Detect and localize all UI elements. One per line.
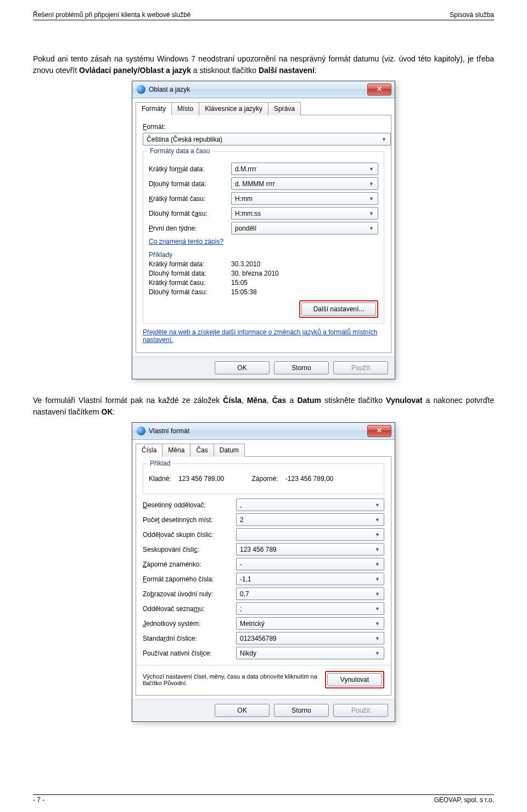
- ok-button[interactable]: OK: [215, 704, 270, 717]
- combo-decimal-places-value: 2: [240, 516, 244, 524]
- label-decimal-sep: Desetinný oddělovač:: [143, 501, 236, 509]
- more-settings-button[interactable]: Další nastavení...: [301, 303, 376, 316]
- tab-currency[interactable]: Měna: [162, 444, 190, 457]
- combo-neg-format[interactable]: -1,1▼: [236, 573, 384, 585]
- combo-standard-digits-value: 0123456789: [240, 635, 277, 642]
- tab-keyboards[interactable]: Klávesnice a jazyky: [199, 102, 268, 115]
- p1-b2: Další nastavení: [259, 66, 315, 75]
- chevron-down-icon: ▼: [373, 604, 382, 613]
- divider: [136, 665, 391, 665]
- page-number: - 7 -: [33, 796, 44, 804]
- chevron-down-icon: ▼: [367, 209, 375, 217]
- document-footer: - 7 - GEOVAP, spol. s r.o.: [33, 794, 494, 804]
- label-neg-format: Formát záporného čísla:: [143, 575, 236, 583]
- cancel-button[interactable]: Storno: [274, 361, 329, 374]
- combo-short-time[interactable]: H:mm▼: [231, 192, 378, 205]
- reset-description: Výchozí nastavení čísel, měny, času a da…: [143, 673, 318, 686]
- label-native-digits: Používat nativní číslice:: [143, 649, 236, 657]
- label-unit-system: Jednotkový systém:: [143, 620, 236, 628]
- combo-unit-system-value: Metrický: [240, 620, 265, 628]
- close-button[interactable]: ✕: [367, 83, 391, 96]
- chevron-down-icon: ▼: [373, 530, 382, 539]
- group-example: Příklad Kladné: 123 456 789,00 Záporné: …: [143, 463, 384, 494]
- chevron-down-icon: ▼: [373, 649, 382, 657]
- cancel-button[interactable]: Storno: [274, 704, 329, 717]
- label-short-date: Krátký formát data:: [149, 165, 231, 173]
- apply-button[interactable]: Použít: [333, 361, 388, 374]
- chevron-down-icon: ▼: [373, 634, 382, 642]
- dialog-custom-format: Vlastní formát ✕ Čísla Měna Čas Datum Př…: [132, 422, 395, 722]
- combo-long-time-value: H:mm:ss: [235, 210, 261, 217]
- dialog-title: Vlastní formát: [149, 427, 189, 435]
- highlight-more-settings: Další nastavení...: [299, 300, 378, 318]
- p1-mid: a stisknout tlačítko: [191, 66, 259, 75]
- combo-standard-digits[interactable]: 0123456789▼: [236, 632, 384, 645]
- tab-formats[interactable]: Formáty: [136, 102, 172, 115]
- p2-b3: Čas: [272, 396, 287, 405]
- group-title-2: Příklady: [149, 251, 378, 259]
- doc-header-left: Řešení problémů při připojení klienta k …: [33, 11, 191, 19]
- ex-short-date-l: Krátký formát data:: [149, 260, 231, 268]
- tab-date[interactable]: Datum: [214, 444, 245, 457]
- reset-button[interactable]: Vynulovat: [327, 673, 382, 686]
- ex-short-time-l: Krátký formát času:: [149, 279, 231, 287]
- label-group-sep: Oddělovač skupin číslic:: [143, 531, 236, 539]
- ok-button[interactable]: OK: [215, 361, 270, 374]
- combo-decimal-sep[interactable]: ,▼: [236, 499, 384, 511]
- label-standard-digits: Standardní číslice:: [143, 635, 236, 642]
- dialog-button-bar: OK Storno Použít: [132, 699, 395, 721]
- p2-pre: Ve formuláři Vlastní formát pak na každé…: [33, 396, 223, 405]
- tab-strip: Čísla Měna Čas Datum: [132, 440, 395, 456]
- p2-post: :: [113, 407, 115, 416]
- dialog-button-bar: OK Storno Použít: [132, 356, 395, 379]
- ex-long-time-l: Dlouhý formát času:: [149, 288, 231, 296]
- combo-long-date[interactable]: d. MMMM rrrr▼: [231, 177, 378, 190]
- apply-button[interactable]: Použít: [333, 704, 388, 717]
- close-button[interactable]: ✕: [367, 425, 391, 437]
- combo-leading-zeros[interactable]: 0,7▼: [236, 587, 384, 600]
- titlebar[interactable]: Oblast a jazyk ✕: [132, 81, 395, 98]
- label-leading-zeros: Zobrazovat úvodní nuly:: [143, 590, 236, 598]
- combo-native-digits[interactable]: Nikdy▼: [236, 647, 384, 659]
- format-label: Formát:: [143, 123, 225, 131]
- document-header: Řešení problémů při připojení klienta k …: [33, 11, 494, 20]
- combo-decimal-sep-value: ,: [240, 501, 242, 509]
- combo-neg-format-value: -1,1: [240, 575, 251, 583]
- combo-digit-grouping[interactable]: 123 456 789▼: [236, 543, 384, 556]
- tab-admin[interactable]: Správa: [268, 102, 301, 115]
- titlebar[interactable]: Vlastní formát ✕: [132, 423, 395, 440]
- chevron-down-icon: ▼: [380, 135, 388, 143]
- tab-numbers[interactable]: Čísla: [136, 444, 162, 457]
- chevron-down-icon: ▼: [367, 224, 375, 232]
- combo-decimal-places[interactable]: 2▼: [236, 513, 384, 526]
- p1-post: :: [315, 66, 317, 75]
- combo-first-day[interactable]: pondělí▼: [231, 222, 378, 234]
- combo-unit-system[interactable]: Metrický▼: [236, 617, 384, 630]
- tab-time[interactable]: Čas: [190, 444, 214, 457]
- combo-long-date-value: d. MMMM rrrr: [235, 180, 275, 188]
- combo-list-sep-value: ;: [240, 605, 242, 613]
- chevron-down-icon: ▼: [373, 619, 382, 628]
- group-title-1: Formáty data a času: [148, 147, 212, 155]
- group-date-time-formats: Formáty data a času Krátký formát data: …: [143, 151, 384, 324]
- label-neg-sign: Záporné znaménko:: [143, 561, 236, 568]
- globe-icon: [137, 427, 145, 435]
- highlight-reset: Vynulovat: [325, 671, 384, 688]
- paragraph-2: Ve formuláři Vlastní formát pak na každé…: [33, 395, 494, 418]
- combo-short-date-value: d.M.rrrr: [235, 165, 256, 173]
- p2-b6: OK: [102, 407, 113, 416]
- format-combo[interactable]: Čeština (Česká republika) ▼: [143, 133, 391, 145]
- label-digit-grouping: Seskupování číslic:: [143, 546, 236, 553]
- ex-long-date-v: 30. března 2010: [231, 270, 279, 277]
- link-format-help[interactable]: Co znamená tento zápis?: [149, 238, 223, 245]
- globe-icon: [137, 85, 145, 94]
- tab-location[interactable]: Místo: [171, 102, 199, 115]
- combo-list-sep[interactable]: ;▼: [236, 602, 384, 615]
- combo-group-sep[interactable]: ▼: [236, 528, 384, 541]
- positive-value: 123 456 789,00: [178, 475, 224, 483]
- combo-short-date[interactable]: d.M.rrrr▼: [231, 163, 378, 175]
- combo-neg-sign[interactable]: -▼: [236, 558, 384, 570]
- link-web-info[interactable]: Přejděte na web a získejte další informa…: [143, 328, 378, 344]
- combo-long-time[interactable]: H:mm:ss▼: [231, 207, 378, 220]
- p2-b4: Datum: [297, 396, 321, 405]
